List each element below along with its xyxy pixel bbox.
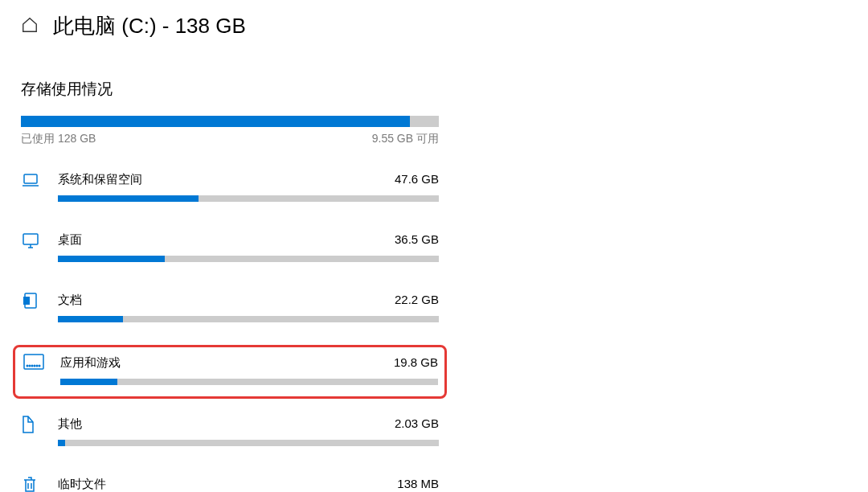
category-fill	[58, 195, 199, 202]
home-icon[interactable]	[21, 16, 39, 37]
category-bar	[60, 379, 438, 385]
page-title: 此电脑 (C:) - 138 GB	[53, 12, 246, 40]
category-body: 系统和保留空间47.6 GB	[58, 172, 439, 202]
overall-usage-bar	[21, 116, 439, 127]
free-label: 9.55 GB 可用	[372, 132, 439, 146]
apps-icon	[23, 354, 44, 373]
category-header: 其他2.03 GB	[58, 416, 439, 432]
storage-category-monitor[interactable]: 桌面36.5 GB	[21, 229, 439, 265]
laptop-icon	[21, 170, 42, 193]
svg-point-5	[27, 365, 28, 367]
category-size: 2.03 GB	[395, 416, 439, 430]
section-title: 存储使用情况	[21, 79, 439, 100]
svg-point-6	[29, 365, 31, 367]
category-body: 应用和游戏19.8 GB	[60, 355, 438, 385]
page-header: 此电脑 (C:) - 138 GB	[21, 12, 868, 40]
category-size: 22.2 GB	[395, 293, 439, 306]
category-fill	[58, 316, 123, 322]
category-name: 桌面	[58, 232, 82, 248]
category-body: 临时文件138 MB	[58, 477, 439, 492]
category-header: 桌面36.5 GB	[58, 232, 439, 248]
other-icon	[21, 415, 42, 437]
svg-point-8	[34, 365, 35, 367]
category-name: 其他	[58, 416, 82, 432]
overall-usage-fill	[21, 116, 410, 127]
storage-category-laptop[interactable]: 系统和保留空间47.6 GB	[21, 169, 439, 205]
storage-category-other[interactable]: 其他2.03 GB	[21, 413, 439, 449]
category-fill	[60, 379, 117, 385]
storage-category-apps[interactable]: 应用和游戏19.8 GB	[13, 345, 447, 399]
category-name: 文档	[58, 293, 82, 308]
category-body: 文档22.2 GB	[58, 293, 439, 322]
svg-point-10	[39, 365, 40, 367]
category-name: 应用和游戏	[60, 355, 121, 371]
overall-labels: 已使用 128 GB 9.55 GB 可用	[21, 132, 439, 146]
category-header: 应用和游戏19.8 GB	[60, 355, 438, 371]
category-bar	[58, 316, 439, 322]
category-fill	[58, 256, 165, 262]
monitor-icon	[21, 231, 42, 253]
used-label: 已使用 128 GB	[21, 132, 96, 146]
storage-content: 存储使用情况 已使用 128 GB 9.55 GB 可用 系统和保留空间47.6…	[21, 79, 439, 492]
category-header: 系统和保留空间47.6 GB	[58, 172, 439, 187]
svg-point-7	[31, 365, 33, 367]
category-bar	[58, 195, 439, 202]
svg-rect-0	[24, 174, 37, 183]
svg-rect-3	[23, 297, 30, 305]
category-fill	[58, 440, 65, 446]
document-icon	[21, 291, 42, 314]
category-name: 系统和保留空间	[58, 172, 142, 187]
svg-rect-1	[23, 234, 38, 244]
category-header: 文档22.2 GB	[58, 293, 439, 308]
category-name: 临时文件	[58, 477, 106, 492]
trash-icon	[21, 475, 42, 492]
storage-category-trash[interactable]: 临时文件138 MB	[21, 474, 439, 492]
category-header: 临时文件138 MB	[58, 477, 439, 492]
category-bar	[58, 440, 439, 446]
category-size: 47.6 GB	[395, 172, 439, 186]
svg-point-9	[36, 365, 38, 367]
category-body: 桌面36.5 GB	[58, 232, 439, 262]
category-size: 36.5 GB	[395, 232, 439, 246]
category-size: 19.8 GB	[394, 355, 438, 369]
storage-category-document[interactable]: 文档22.2 GB	[21, 289, 439, 326]
category-body: 其他2.03 GB	[58, 416, 439, 446]
category-size: 138 MB	[397, 477, 439, 490]
category-bar	[58, 256, 439, 262]
